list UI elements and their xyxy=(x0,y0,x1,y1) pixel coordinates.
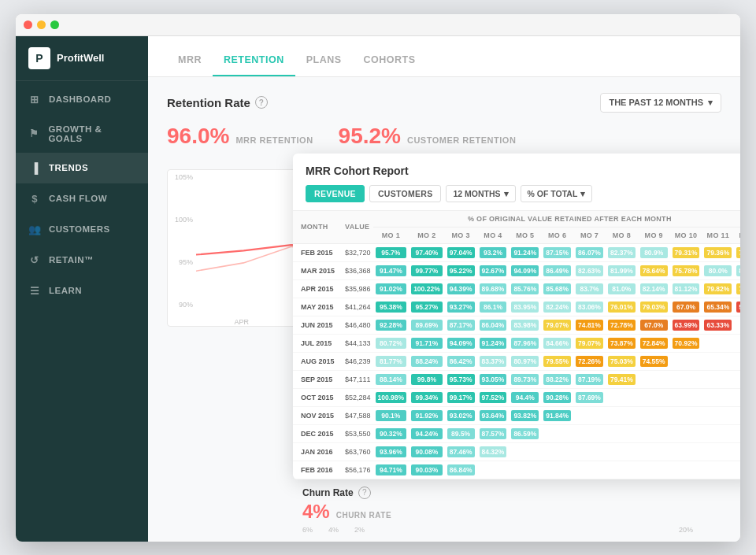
logo: P ProfitWell xyxy=(16,36,148,81)
col-mo1: MO 1 xyxy=(373,227,410,243)
stats-row: 96.0% MRR RETENTION 95.2% CUSTOMER RETEN… xyxy=(167,124,721,149)
sidebar-item-learn[interactable]: ☰ Learn xyxy=(16,276,148,306)
cohort-header: MRR Cohort Report REVENUE CUSTOMERS 12 M… xyxy=(293,154,740,211)
tab-cohorts[interactable]: Cohorts xyxy=(353,43,427,76)
close-dot[interactable] xyxy=(24,20,32,29)
churn-y-2: 2% xyxy=(354,526,365,534)
customer-retention-value: 95.2% xyxy=(339,124,401,149)
cell-mo2: 90.08% xyxy=(409,442,445,461)
table-row: JUL 2015$44,13380.72%91.71%94.09%91.24%8… xyxy=(293,334,740,352)
cell-mo4: 91.24% xyxy=(477,334,510,352)
cell-mo3: 86.84% xyxy=(445,461,477,479)
cell-mo12 xyxy=(734,334,740,352)
sidebar-item-growth[interactable]: ⚑ Growth & Goals xyxy=(16,115,148,153)
cell-mo10 xyxy=(670,442,702,461)
chart-and-cohort: 105% 100% 95% 90% APR MAY 2015 xyxy=(167,161,721,429)
cell-month: MAR 2015 xyxy=(293,261,337,279)
cell-mo5 xyxy=(509,461,541,479)
learn-icon: ☰ xyxy=(28,285,41,297)
sidebar-item-retain[interactable]: ↺ Retain™ xyxy=(16,245,148,276)
tab-mrr[interactable]: MRR xyxy=(167,43,213,76)
filter-revenue[interactable]: REVENUE xyxy=(306,185,365,202)
dashboard-icon: ⊞ xyxy=(28,94,41,105)
cell-mo12 xyxy=(734,424,740,442)
cell-mo6: 90.28% xyxy=(541,388,573,406)
cell-mo8 xyxy=(606,442,638,461)
cell-mo12: 79.33% xyxy=(734,243,740,261)
table-row: APR 2015$35,98691.02%100.22%94.39%89.68%… xyxy=(293,279,740,298)
tab-plans[interactable]: Plans xyxy=(295,43,353,76)
cell-mo1: 94.71% xyxy=(373,461,410,479)
cell-mo3: 95.73% xyxy=(445,370,477,388)
cell-mo1: 91.47% xyxy=(373,261,410,279)
col-mo2: MO 2 xyxy=(409,227,445,243)
title-bar xyxy=(16,14,740,36)
cell-mo10 xyxy=(670,406,702,424)
cell-mo4: 86.1% xyxy=(477,298,510,316)
time-selector[interactable]: THE PAST 12 MONTHS ▾ xyxy=(600,93,721,113)
cell-mo4 xyxy=(477,461,510,479)
cell-mo9: 78.64% xyxy=(638,261,670,279)
cell-mo10: 70.92% xyxy=(670,334,702,352)
churn-y-6: 6% xyxy=(302,526,313,534)
cell-mo6: 79.55% xyxy=(541,352,573,370)
logo-text: ProfitWell xyxy=(57,52,104,64)
retention-panel: Retention Rate ? THE PAST 12 MONTHS ▾ 96… xyxy=(148,77,740,149)
cell-mo1: 81.77% xyxy=(373,352,410,370)
x-label-apr: APR xyxy=(234,318,249,326)
cell-mo10 xyxy=(670,370,702,388)
tab-retention[interactable]: Retention xyxy=(213,43,295,76)
cell-mo10 xyxy=(670,388,702,406)
col-mo3: MO 3 xyxy=(445,227,477,243)
col-mo10: MO 10 xyxy=(670,227,702,243)
cell-mo10 xyxy=(670,424,702,442)
chevron-down-icon: ▾ xyxy=(708,98,713,108)
maximize-dot[interactable] xyxy=(50,20,59,29)
growth-icon: ⚑ xyxy=(28,128,40,139)
cell-mo8: 75.03% xyxy=(606,352,638,370)
cell-mo3: 86.42% xyxy=(445,352,477,370)
cell-mo11 xyxy=(702,370,734,388)
cell-mo9: 74.55% xyxy=(638,352,670,370)
filter-customers[interactable]: CUSTOMERS xyxy=(369,185,442,202)
cell-mo9 xyxy=(638,461,670,479)
help-icon[interactable]: ? xyxy=(255,96,268,109)
cell-mo8: 81.99% xyxy=(606,261,638,279)
sidebar-nav: ⊞ Dashboard ⚑ Growth & Goals ▐ Trends $ … xyxy=(16,84,148,306)
cell-mo9: 80.9% xyxy=(638,243,670,261)
churn-help-icon[interactable]: ? xyxy=(358,487,371,499)
cell-value: $35,986 xyxy=(337,279,373,298)
cell-month: DEC 2015 xyxy=(293,424,337,442)
cohort-filters: REVENUE CUSTOMERS 12 MONTHS ▾ % OF TOTAL… xyxy=(306,185,740,202)
chevron-icon-2: ▾ xyxy=(580,189,585,198)
cell-mo3: 93.27% xyxy=(445,298,477,316)
cell-mo6: 86.49% xyxy=(541,261,573,279)
cell-mo7: 87.69% xyxy=(573,388,606,406)
chevron-icon: ▾ xyxy=(504,189,509,198)
cell-month: FEB 2016 xyxy=(293,461,337,479)
cell-mo11 xyxy=(702,388,734,406)
sidebar-item-dashboard[interactable]: ⊞ Dashboard xyxy=(16,84,148,115)
cell-month: SEP 2015 xyxy=(293,370,337,388)
cell-mo7 xyxy=(573,406,606,424)
sidebar-item-cashflow[interactable]: $ Cash Flow xyxy=(16,183,148,214)
cell-mo11 xyxy=(702,461,734,479)
minimize-dot[interactable] xyxy=(37,20,46,29)
cell-mo1: 92.28% xyxy=(373,316,410,334)
col-mo9: MO 9 xyxy=(638,227,670,243)
table-row: MAR 2015$36,36891.47%99.77%95.22%92.67%9… xyxy=(293,261,740,279)
sidebar-item-trends[interactable]: ▐ Trends xyxy=(16,153,148,183)
cell-mo5: 80.97% xyxy=(509,352,541,370)
cell-mo1: 88.14% xyxy=(373,370,410,388)
cell-month: OCT 2015 xyxy=(293,388,337,406)
cohort-table-wrap[interactable]: MONTH VALUE % OF ORIGINAL VALUE RETAINED… xyxy=(293,211,740,479)
sidebar-item-customers[interactable]: 👥 Customers xyxy=(16,214,148,245)
cell-mo10: 79.31% xyxy=(670,243,702,261)
filter-12months[interactable]: 12 MONTHS ▾ xyxy=(446,185,515,202)
filter-pct-total[interactable]: % OF TOTAL ▾ xyxy=(521,185,593,202)
cell-mo4: 93.05% xyxy=(477,370,510,388)
cell-mo5: 86.59% xyxy=(509,424,541,442)
cell-mo3: 97.04% xyxy=(445,243,477,261)
cell-value: $44,133 xyxy=(337,334,373,352)
cell-mo5: 91.24% xyxy=(509,243,541,261)
